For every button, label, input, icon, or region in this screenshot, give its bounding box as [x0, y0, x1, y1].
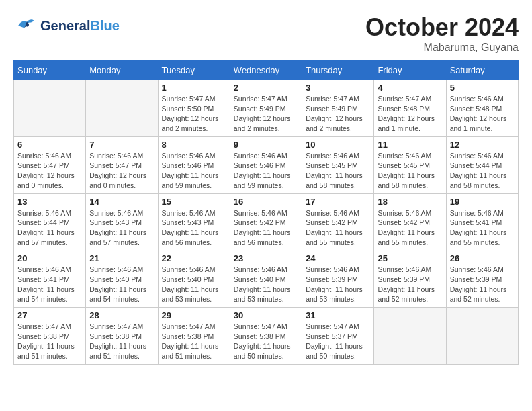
day-number: 11	[378, 140, 442, 150]
calendar-cell-w1-d5: 4Sunrise: 5:47 AM Sunset: 5:48 PM Daylig…	[374, 80, 446, 137]
logo-general: General	[40, 18, 90, 33]
calendar-cell-w1-d1	[86, 80, 158, 137]
calendar-cell-w2-d0: 6Sunrise: 5:46 AM Sunset: 5:47 PM Daylig…	[14, 136, 86, 193]
day-number: 13	[17, 197, 82, 207]
calendar-cell-w3-d0: 13Sunrise: 5:46 AM Sunset: 5:44 PM Dayli…	[14, 193, 86, 250]
calendar-cell-w3-d3: 16Sunrise: 5:46 AM Sunset: 5:42 PM Dayli…	[230, 193, 302, 250]
day-number: 7	[89, 140, 154, 150]
calendar-cell-w2-d5: 11Sunrise: 5:46 AM Sunset: 5:45 PM Dayli…	[374, 136, 446, 193]
day-number: 25	[378, 253, 442, 263]
calendar-cell-w1-d2: 1Sunrise: 5:47 AM Sunset: 5:50 PM Daylig…	[158, 80, 230, 137]
day-info: Sunrise: 5:46 AM Sunset: 5:43 PM Dayligh…	[162, 208, 226, 248]
day-number: 5	[450, 83, 515, 93]
day-number: 23	[234, 253, 298, 263]
day-info: Sunrise: 5:46 AM Sunset: 5:42 PM Dayligh…	[306, 208, 370, 248]
calendar-cell-w3-d1: 14Sunrise: 5:46 AM Sunset: 5:43 PM Dayli…	[86, 193, 158, 250]
day-info: Sunrise: 5:46 AM Sunset: 5:47 PM Dayligh…	[17, 151, 82, 191]
day-number: 21	[89, 253, 154, 263]
col-saturday: Saturday	[446, 61, 518, 80]
day-number: 17	[306, 197, 370, 207]
day-info: Sunrise: 5:47 AM Sunset: 5:49 PM Dayligh…	[306, 94, 370, 134]
day-number: 24	[306, 253, 370, 263]
day-info: Sunrise: 5:46 AM Sunset: 5:39 PM Dayligh…	[450, 265, 515, 304]
day-info: Sunrise: 5:47 AM Sunset: 5:38 PM Dayligh…	[234, 322, 298, 361]
calendar-cell-w1-d6: 5Sunrise: 5:46 AM Sunset: 5:48 PM Daylig…	[446, 80, 518, 137]
day-info: Sunrise: 5:46 AM Sunset: 5:41 PM Dayligh…	[17, 265, 82, 304]
calendar-cell-w5-d2: 29Sunrise: 5:47 AM Sunset: 5:38 PM Dayli…	[158, 308, 230, 365]
day-info: Sunrise: 5:47 AM Sunset: 5:49 PM Dayligh…	[234, 94, 298, 134]
calendar-cell-w4-d5: 25Sunrise: 5:46 AM Sunset: 5:39 PM Dayli…	[374, 250, 446, 308]
calendar-cell-w1-d4: 3Sunrise: 5:47 AM Sunset: 5:49 PM Daylig…	[302, 80, 374, 137]
day-info: Sunrise: 5:46 AM Sunset: 5:47 PM Dayligh…	[89, 151, 154, 191]
day-number: 9	[234, 140, 298, 150]
day-number: 27	[17, 310, 82, 320]
calendar-cell-w1-d0	[14, 80, 86, 137]
day-number: 1	[162, 83, 226, 93]
col-sunday: Sunday	[14, 61, 86, 80]
calendar-cell-w2-d4: 10Sunrise: 5:46 AM Sunset: 5:45 PM Dayli…	[302, 136, 374, 193]
calendar-header-row: Sunday Monday Tuesday Wednesday Thursday…	[14, 61, 519, 80]
week-row-4: 20Sunrise: 5:46 AM Sunset: 5:41 PM Dayli…	[14, 250, 519, 308]
day-number: 28	[89, 310, 154, 320]
calendar-cell-w5-d5	[374, 308, 446, 365]
week-row-1: 1Sunrise: 5:47 AM Sunset: 5:50 PM Daylig…	[14, 80, 519, 137]
day-info: Sunrise: 5:46 AM Sunset: 5:44 PM Dayligh…	[450, 151, 515, 191]
calendar-cell-w5-d0: 27Sunrise: 5:47 AM Sunset: 5:38 PM Dayli…	[14, 308, 86, 365]
day-number: 10	[306, 140, 370, 150]
day-number: 8	[162, 140, 226, 150]
day-info: Sunrise: 5:47 AM Sunset: 5:38 PM Dayligh…	[162, 322, 226, 361]
day-info: Sunrise: 5:47 AM Sunset: 5:37 PM Dayligh…	[306, 322, 370, 361]
calendar-cell-w4-d4: 24Sunrise: 5:46 AM Sunset: 5:39 PM Dayli…	[302, 250, 374, 308]
day-number: 3	[306, 83, 370, 93]
day-number: 15	[162, 197, 226, 207]
calendar-cell-w2-d6: 12Sunrise: 5:46 AM Sunset: 5:44 PM Dayli…	[446, 136, 518, 193]
day-number: 29	[162, 310, 226, 320]
calendar-table: Sunday Monday Tuesday Wednesday Thursday…	[13, 60, 519, 365]
calendar-cell-w5-d4: 31Sunrise: 5:47 AM Sunset: 5:37 PM Dayli…	[302, 308, 374, 365]
day-info: Sunrise: 5:46 AM Sunset: 5:45 PM Dayligh…	[378, 151, 442, 191]
day-number: 4	[378, 83, 442, 93]
col-tuesday: Tuesday	[158, 61, 230, 80]
day-info: Sunrise: 5:46 AM Sunset: 5:42 PM Dayligh…	[378, 208, 442, 248]
calendar-cell-w2-d2: 8Sunrise: 5:46 AM Sunset: 5:46 PM Daylig…	[158, 136, 230, 193]
calendar-cell-w4-d3: 23Sunrise: 5:46 AM Sunset: 5:40 PM Dayli…	[230, 250, 302, 308]
calendar-cell-w4-d1: 21Sunrise: 5:46 AM Sunset: 5:40 PM Dayli…	[86, 250, 158, 308]
col-wednesday: Wednesday	[230, 61, 302, 80]
month-title: October 2024	[365, 13, 519, 42]
day-number: 16	[234, 197, 298, 207]
col-friday: Friday	[374, 61, 446, 80]
col-thursday: Thursday	[302, 61, 374, 80]
calendar-cell-w3-d6: 19Sunrise: 5:46 AM Sunset: 5:41 PM Dayli…	[446, 193, 518, 250]
day-number: 14	[89, 197, 154, 207]
day-info: Sunrise: 5:47 AM Sunset: 5:38 PM Dayligh…	[89, 322, 154, 361]
calendar-cell-w2-d3: 9Sunrise: 5:46 AM Sunset: 5:46 PM Daylig…	[230, 136, 302, 193]
week-row-3: 13Sunrise: 5:46 AM Sunset: 5:44 PM Dayli…	[14, 193, 519, 250]
logo-icon	[13, 13, 38, 38]
day-info: Sunrise: 5:47 AM Sunset: 5:50 PM Dayligh…	[162, 94, 226, 134]
day-info: Sunrise: 5:46 AM Sunset: 5:45 PM Dayligh…	[306, 151, 370, 191]
day-number: 19	[450, 197, 515, 207]
day-info: Sunrise: 5:46 AM Sunset: 5:42 PM Dayligh…	[234, 208, 298, 248]
logo-text: GeneralBlue	[40, 18, 120, 33]
day-number: 18	[378, 197, 442, 207]
calendar-cell-w4-d0: 20Sunrise: 5:46 AM Sunset: 5:41 PM Dayli…	[14, 250, 86, 308]
calendar-cell-w5-d3: 30Sunrise: 5:47 AM Sunset: 5:38 PM Dayli…	[230, 308, 302, 365]
day-info: Sunrise: 5:46 AM Sunset: 5:39 PM Dayligh…	[378, 265, 442, 304]
logo: GeneralBlue	[13, 13, 120, 38]
day-number: 2	[234, 83, 298, 93]
day-info: Sunrise: 5:47 AM Sunset: 5:48 PM Dayligh…	[378, 94, 442, 134]
day-info: Sunrise: 5:46 AM Sunset: 5:40 PM Dayligh…	[234, 265, 298, 304]
week-row-2: 6Sunrise: 5:46 AM Sunset: 5:47 PM Daylig…	[14, 136, 519, 193]
calendar-cell-w3-d2: 15Sunrise: 5:46 AM Sunset: 5:43 PM Dayli…	[158, 193, 230, 250]
title-block: October 2024 Mabaruma, Guyana	[365, 13, 519, 54]
col-monday: Monday	[86, 61, 158, 80]
day-number: 26	[450, 253, 515, 263]
calendar-cell-w5-d6	[446, 308, 518, 365]
day-number: 30	[234, 310, 298, 320]
logo-blue: Blue	[90, 18, 119, 33]
day-info: Sunrise: 5:46 AM Sunset: 5:46 PM Dayligh…	[162, 151, 226, 191]
day-number: 6	[17, 140, 82, 150]
day-info: Sunrise: 5:47 AM Sunset: 5:38 PM Dayligh…	[17, 322, 82, 361]
day-info: Sunrise: 5:46 AM Sunset: 5:48 PM Dayligh…	[450, 94, 515, 134]
calendar-cell-w5-d1: 28Sunrise: 5:47 AM Sunset: 5:38 PM Dayli…	[86, 308, 158, 365]
